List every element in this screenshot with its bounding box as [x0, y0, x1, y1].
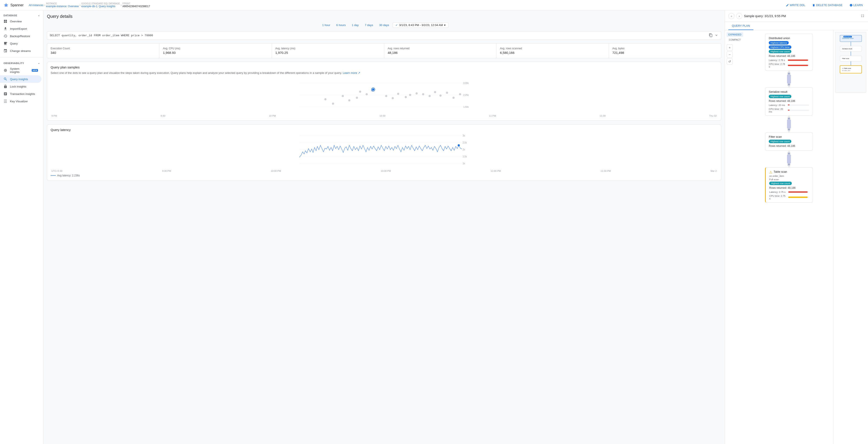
node-3-rows: Rows returned: 48,186: [769, 186, 809, 189]
compact-view-button[interactable]: COMPACT: [726, 37, 743, 42]
sidebar-item-query-insights[interactable]: Query insights: [0, 76, 41, 83]
reset-zoom-button[interactable]: ↺: [726, 58, 733, 64]
svg-rect-52: [840, 66, 862, 73]
connector-1-2: [787, 116, 791, 132]
breadcrumb-fprint: FPRINT #865423840743298017: [122, 2, 150, 8]
learn-more-link[interactable]: Learn more ↗: [343, 71, 360, 75]
node-3-cpu-bar: CPU time: 2.75 s: [769, 195, 809, 200]
app-logo: Spanner: [3, 3, 24, 8]
sidebar-item-query[interactable]: Query: [0, 40, 41, 47]
time-1d-button[interactable]: 1 day: [349, 23, 361, 28]
breadcrumb: All instances › INSTANCE example-instanc…: [29, 2, 782, 8]
latency-title: Query latency: [51, 128, 717, 131]
sidebar-item-key-visualizer[interactable]: Key Visualizer: [0, 97, 41, 105]
svg-point-25: [453, 97, 455, 99]
page-title: Query details: [47, 14, 721, 19]
svg-point-19: [416, 92, 418, 94]
svg-point-24: [446, 92, 448, 94]
svg-text:Distributed union: Distributed union: [842, 37, 854, 39]
time-7d-button[interactable]: 7 days: [362, 23, 376, 28]
breadcrumb-all-instances[interactable]: All instances: [29, 4, 43, 7]
expand-query-icon[interactable]: [714, 33, 718, 38]
svg-text:2.25s: 2.25s: [463, 94, 469, 96]
zoom-in-button[interactable]: +: [726, 45, 733, 51]
main-layout: DATABASE ⌄ Overview Import/Export Backu: [0, 10, 868, 444]
svg-point-8: [356, 97, 358, 99]
query-box: SELECT quantity, order_id FROM order_ite…: [47, 31, 721, 40]
svg-text:Filter scan: Filter scan: [842, 58, 849, 59]
svg-point-16: [397, 93, 399, 95]
svg-point-26: [459, 93, 461, 95]
time-1h-button[interactable]: 1 hour: [320, 23, 333, 28]
main-content: Query details 1 hour 6 hours 1 day 7 day…: [43, 10, 725, 444]
warning-icon: ⚠: [769, 170, 772, 174]
query-actions: [709, 33, 718, 38]
node-0-badges: Highest latency Highest CPU time Highest…: [769, 41, 809, 53]
svg-point-10: [366, 93, 368, 95]
fullscreen-icon[interactable]: [861, 14, 865, 19]
query-plan-samples-card: Query plan samples Select one of the dot…: [47, 62, 721, 121]
stat-execution-count: Execution Count 340: [47, 43, 159, 58]
time-30d-button[interactable]: 30 days: [377, 23, 392, 28]
svg-point-4: [324, 98, 327, 100]
node-3-bars: Latency: 2.75 s: [769, 191, 809, 193]
breadcrumb-database[interactable]: GOOGLE STANDARD SQL DATABASE example-db-…: [82, 2, 120, 8]
copy-icon[interactable]: [709, 33, 713, 38]
svg-text:Serialize result: Serialize result: [842, 48, 852, 50]
badge-serialize-row-count: Highest row count: [769, 95, 791, 98]
database-section-title: DATABASE ⌄: [0, 12, 43, 18]
database-section: DATABASE ⌄ Overview Import/Export Backu: [0, 10, 43, 56]
tab-query-plan[interactable]: QUERY PLAN: [728, 22, 753, 30]
node-1-badges: Highest row count: [769, 95, 809, 98]
sidebar-item-lock-insights[interactable]: Lock insights: [0, 83, 41, 90]
svg-point-5: [332, 102, 334, 105]
latency-legend: Avg latency: 2.236s: [51, 174, 717, 177]
query-latency-card: Query latency: [47, 124, 721, 181]
query-plan-diagram: Distributed union Highest latency Highes…: [745, 30, 833, 444]
svg-point-7: [348, 99, 350, 101]
expanded-view-button[interactable]: EXPANDED: [726, 32, 743, 37]
svg-text:1.5s: 1.5s: [463, 155, 467, 158]
write-ddl-button[interactable]: WRITE DDL: [784, 2, 807, 8]
thumbnail-minimap[interactable]: Distributed union Highest latency Serial…: [835, 32, 866, 93]
node-3-badges: Highest row count: [769, 182, 809, 185]
time-6h-button[interactable]: 6 hours: [334, 23, 348, 28]
delete-database-button[interactable]: DELETE DATABASE: [810, 2, 844, 8]
svg-text:3s: 3s: [463, 135, 465, 137]
svg-point-23: [439, 94, 442, 97]
sidebar-item-import-export[interactable]: Import/Export: [0, 25, 41, 32]
observability-section-title: OBSERVABILITY ⌄: [0, 60, 43, 65]
sidebar-item-overview[interactable]: Overview: [0, 18, 41, 25]
sidebar-item-backup-restore[interactable]: Backup/Restore: [0, 32, 41, 40]
panel-title: Sample query: 3/1/23, 9:55 PM: [744, 14, 859, 18]
time-range-picker[interactable]: ✓ 3/1/23, 8:43 PM - 3/2/23, 12:04 AM ▾: [393, 22, 449, 28]
connector-0-1: [787, 71, 791, 87]
query-plan-title: Query plan samples: [51, 65, 717, 69]
stats-row: Execution Count 340 Avg. CPU (ms) 1,968.…: [47, 43, 721, 58]
zoom-out-button[interactable]: −: [726, 52, 733, 58]
node-filter-scan: Filter scan Highest row count Rows retur…: [765, 132, 813, 151]
sidebar-item-change-streams[interactable]: Change streams: [0, 47, 41, 55]
svg-text:⚠ Table scan: ⚠ Table scan: [842, 67, 851, 69]
streams-icon: [3, 49, 7, 53]
svg-marker-0: [4, 3, 8, 7]
sidebar-item-system-insights[interactable]: System insights NEW: [0, 65, 41, 76]
learn-button[interactable]: LEARN: [848, 2, 865, 8]
lock-icon: [3, 85, 7, 88]
prev-sample-button[interactable]: ‹: [728, 13, 735, 19]
panel-body: EXPANDED COMPACT + − ↺ Distributed union…: [725, 30, 868, 444]
import-icon: [3, 27, 7, 31]
view-toggle: EXPANDED COMPACT + − ↺: [725, 30, 745, 444]
next-sample-button[interactable]: ›: [736, 13, 742, 19]
right-panel: ‹ › Sample query: 3/1/23, 9:55 PM QUERY …: [725, 10, 868, 444]
svg-point-20: [422, 93, 424, 95]
stat-avg-cpu: Avg. CPU (ms) 1,968.93: [159, 43, 272, 58]
sidebar-item-transaction-insights[interactable]: Transaction insights: [0, 90, 41, 97]
node-1-rows: Rows returned: 48,186: [769, 99, 809, 102]
system-icon: [3, 68, 7, 72]
edit-icon: [786, 4, 789, 7]
svg-text:on order_item: on order_item: [842, 70, 850, 71]
sidebar: DATABASE ⌄ Overview Import/Export Backu: [0, 10, 43, 444]
breadcrumb-instance[interactable]: INSTANCE example-instance: Overview: [46, 2, 79, 8]
panel-tabs: QUERY PLAN: [725, 22, 868, 30]
